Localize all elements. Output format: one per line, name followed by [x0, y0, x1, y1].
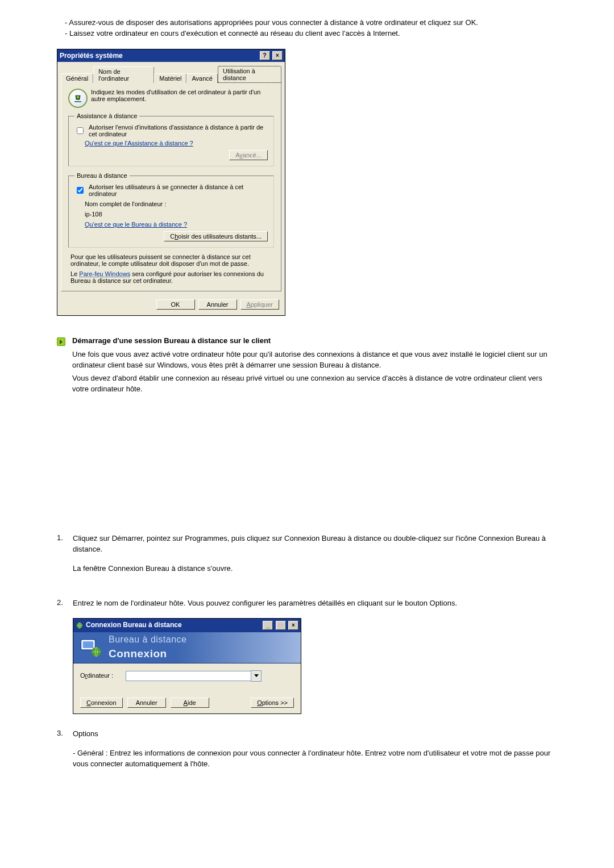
section-title: Démarrage d'une session Bureau à distanc… — [72, 336, 557, 345]
intro-bullet-1: Assurez-vous de disposer des autorisatio… — [57, 18, 557, 28]
step-1-text-b: La fenêtre Connexion Bureau à distance s… — [73, 564, 557, 574]
remote-connect-checkbox[interactable] — [77, 187, 84, 194]
help-icon[interactable]: ? — [260, 51, 270, 60]
step-3-title: Options — [73, 729, 557, 740]
step-2: 2. Entrez le nom de l'ordinateur hôte. V… — [57, 598, 557, 713]
computer-fullname-value: ip-108 — [85, 211, 268, 218]
tab-computer-name[interactable]: Nom de l'ordinateur — [93, 66, 154, 83]
minimize-icon[interactable]: _ — [263, 621, 273, 630]
remote-usage-icon — [68, 89, 88, 108]
step-number: 1. — [57, 533, 67, 542]
chevron-down-icon[interactable] — [251, 670, 262, 682]
computer-combobox[interactable] — [126, 670, 262, 682]
step-1: 1. Cliquez sur Démarrer, pointez sur Pro… — [57, 533, 557, 584]
computer-input[interactable] — [126, 671, 251, 681]
banner: Bureau à distance Connexion — [73, 632, 301, 663]
step-number: 3. — [57, 729, 67, 737]
maximize-icon[interactable]: □ — [276, 621, 286, 630]
intro-text: Indiquez les modes d'utilisation de cet … — [91, 89, 274, 102]
remote-help-link[interactable]: Qu'est ce que le Bureau à distance ? — [85, 221, 187, 228]
select-remote-users-button[interactable]: Choisir des utilisateurs distants... — [164, 231, 268, 241]
help-button[interactable]: Aide — [171, 698, 209, 708]
banner-line-1: Bureau à distance — [109, 633, 186, 646]
svg-rect-3 — [83, 641, 93, 648]
assist-checkbox-row[interactable]: Autoriser l'envoi d'invitations d'assist… — [74, 124, 268, 137]
remote-assistance-legend: Assistance à distance — [74, 112, 139, 119]
close-icon[interactable]: × — [288, 621, 298, 630]
options-button[interactable]: Options >> — [251, 698, 294, 708]
titlebar: Propriétés système ? × — [57, 49, 285, 62]
computer-label: Ordinateur : — [80, 671, 120, 681]
assist-checkbox[interactable] — [77, 127, 84, 134]
step-number: 2. — [57, 598, 67, 607]
cancel-button[interactable]: Annuler — [127, 698, 166, 708]
step-3-text: - Général : Entrez les informations de c… — [73, 748, 557, 770]
remote-assistance-group: Assistance à distance Autoriser l'envoi … — [68, 112, 274, 166]
tab-hardware[interactable]: Matériel — [154, 73, 186, 83]
firewall-link[interactable]: Pare-feu Windows — [79, 270, 130, 277]
remote-desktop-group: Bureau à distance Autoriser les utilisat… — [68, 172, 274, 248]
intro-bullets: Assurez-vous de disposer des autorisatio… — [57, 18, 557, 39]
rdp-icon — [76, 621, 84, 629]
banner-text: Bureau à distance Connexion — [109, 633, 186, 662]
system-properties-dialog: Propriétés système ? × Général Nom de l'… — [57, 49, 285, 316]
dialog-title: Propriétés système — [60, 52, 123, 60]
step-3: 3. Options - Général : Entrez les inform… — [57, 729, 557, 779]
apply-button[interactable]: Appliquer — [240, 299, 279, 310]
tab-general[interactable]: Général — [61, 73, 93, 83]
intro-bullet-2: Laissez votre ordinateur en cours d'exéc… — [57, 28, 557, 39]
assist-advanced-button[interactable]: Avancé... — [229, 150, 268, 160]
steps-list: 1. Cliquez sur Démarrer, pointez sur Pro… — [57, 533, 557, 779]
rdp-banner-icon — [79, 636, 103, 660]
cancel-button[interactable]: Annuler — [198, 299, 237, 310]
dialog2-button-row: Connexion Annuler Aide Options >> — [80, 698, 294, 708]
step-1-text-a: Cliquez sur Démarrer, pointez sur Progra… — [73, 533, 557, 555]
step-2-text: Entrez le nom de l'ordinateur hôte. Vous… — [73, 598, 557, 609]
dialog-button-row: OK Annuler Appliquer — [57, 295, 285, 315]
titlebar: Connexion Bureau à distance _ □ × — [73, 619, 301, 632]
spacer — [57, 397, 557, 528]
remote-desktop-legend: Bureau à distance — [74, 172, 130, 179]
ok-button[interactable]: OK — [156, 299, 195, 310]
firewall-notice: Le Pare-feu Windows sera configuré pour … — [70, 270, 272, 284]
banner-line-2: Connexion — [109, 646, 186, 662]
svg-rect-0 — [77, 96, 79, 98]
computer-fullname-label: Nom complet de l'ordinateur : — [85, 201, 268, 207]
section-paragraph-1: Une fois que vous avez activé votre ordi… — [72, 349, 557, 371]
password-notice: Pour que les utilisateurs puissent se co… — [70, 253, 272, 267]
section-start-remote: Démarrage d'une session Bureau à distanc… — [57, 336, 557, 397]
remote-desktop-connection-dialog: Connexion Bureau à distance _ □ × — [73, 618, 301, 713]
arrow-icon — [57, 337, 65, 346]
remote-connect-checkbox-row[interactable]: Autoriser les utilisateurs à se connecte… — [74, 183, 268, 197]
tab-panel: Indiquez les modes d'utilisation de cet … — [61, 82, 281, 291]
assist-checkbox-label: Autoriser l'envoi d'invitations d'assist… — [89, 124, 268, 137]
tabs: Général Nom de l'ordinateur Matériel Ava… — [61, 65, 281, 82]
tab-remote[interactable]: Utilisation à distance — [218, 66, 281, 83]
section-paragraph-2: Vous devez d'abord établir une connexion… — [72, 373, 557, 395]
connect-button[interactable]: Connexion — [80, 698, 123, 708]
close-icon[interactable]: × — [272, 51, 283, 60]
tab-advanced[interactable]: Avancé — [186, 73, 218, 83]
assist-help-link[interactable]: Qu'est ce que l'Assistance à distance ? — [85, 140, 193, 147]
remote-connect-checkbox-label: Autoriser les utilisateurs à se connecte… — [89, 183, 268, 197]
dialog2-title: Connexion Bureau à distance — [86, 620, 182, 630]
